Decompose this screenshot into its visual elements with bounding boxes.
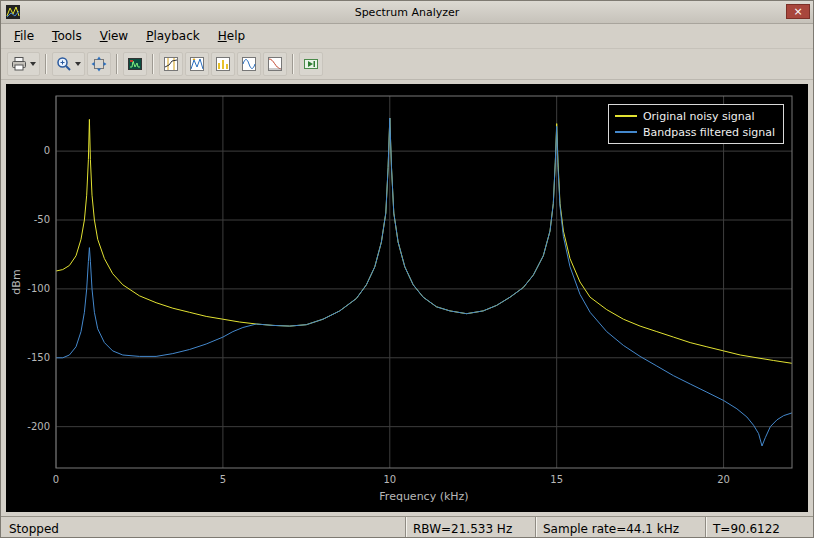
toolbar-separator (292, 54, 294, 74)
spectrum-settings-button[interactable] (123, 52, 147, 76)
peak-finder-icon (189, 56, 205, 72)
toolbar-separator (116, 54, 118, 74)
toolbar-separator (152, 54, 154, 74)
legend-entry: Original noisy signal (615, 108, 775, 124)
distortion-measurements-button[interactable] (237, 52, 261, 76)
cursor-measurements-button[interactable] (159, 52, 183, 76)
toolbar (1, 49, 813, 80)
axes-background (56, 96, 792, 468)
toolbar-separator (45, 54, 47, 74)
print-button[interactable] (7, 52, 40, 76)
menu-tools[interactable]: Tools (43, 26, 91, 46)
status-state: Stopped (1, 522, 67, 536)
x-tick-label: 0 (53, 474, 59, 485)
legend-entry: Bandpass filtered signal (615, 124, 775, 140)
peak-finder-button[interactable] (185, 52, 209, 76)
titlebar[interactable]: Spectrum Analyzer × (1, 1, 813, 24)
step-forward-icon (303, 56, 319, 72)
step-forward-button[interactable] (299, 52, 323, 76)
dropdown-caret-icon (75, 62, 81, 66)
y-tick-label: -50 (34, 214, 50, 225)
y-tick-label: -200 (27, 421, 50, 432)
ccdf-measurements-icon (267, 56, 283, 72)
status-time: T=90.6122 (705, 517, 813, 538)
x-tick-label: 5 (220, 474, 226, 485)
menu-help[interactable]: Help (209, 26, 254, 46)
menubar: File Tools View Playback Help (1, 24, 813, 49)
menu-view[interactable]: View (91, 26, 137, 46)
spectrum-plot: 051015200-50-100-150-200Frequency (kHz)d… (6, 84, 808, 512)
status-rbw: RBW=21.533 Hz (405, 517, 535, 538)
statusbar: Stopped RBW=21.533 Hz Sample rate=44.1 k… (1, 516, 813, 538)
legend-label: Bandpass filtered signal (643, 126, 775, 139)
spectrum-settings-icon (127, 56, 143, 72)
print-icon (11, 56, 27, 72)
x-axis-label: Frequency (kHz) (379, 490, 468, 503)
legend[interactable]: Original noisy signalBandpass filtered s… (608, 104, 784, 144)
window-title: Spectrum Analyzer (1, 6, 813, 19)
autoscale-icon (91, 56, 107, 72)
y-tick-label: -100 (27, 283, 50, 294)
menu-file[interactable]: File (5, 26, 43, 46)
window-icon (6, 5, 20, 19)
x-tick-label: 15 (550, 474, 563, 485)
y-tick-label: 0 (44, 145, 50, 156)
autoscale-button[interactable] (87, 52, 111, 76)
x-tick-label: 20 (717, 474, 730, 485)
status-sample-rate: Sample rate=44.1 kHz (535, 517, 705, 538)
plot-panel: 051015200-50-100-150-200Frequency (kHz)d… (6, 84, 808, 512)
channel-measurements-icon (215, 56, 231, 72)
legend-line-swatch (615, 115, 637, 117)
ccdf-measurements-button[interactable] (263, 52, 287, 76)
close-button[interactable]: × (786, 4, 810, 19)
menu-playback[interactable]: Playback (137, 26, 209, 46)
channel-measurements-button[interactable] (211, 52, 235, 76)
cursor-measurements-icon (163, 56, 179, 72)
y-tick-label: -150 (27, 352, 50, 363)
y-axis-label: dBm (10, 269, 23, 294)
zoom-icon (56, 56, 72, 72)
legend-line-swatch (615, 131, 637, 133)
distortion-measurements-icon (241, 56, 257, 72)
spectrum-analyzer-window: Spectrum Analyzer × File Tools View Play… (0, 0, 814, 538)
x-tick-label: 10 (383, 474, 396, 485)
dropdown-caret-icon (30, 62, 36, 66)
legend-label: Original noisy signal (643, 110, 755, 123)
zoom-button[interactable] (52, 52, 85, 76)
